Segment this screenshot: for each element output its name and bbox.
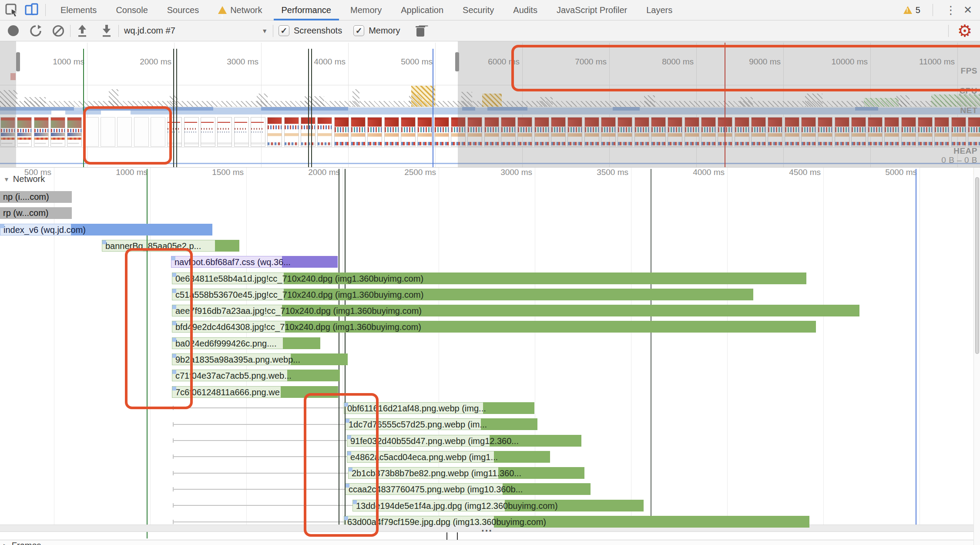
tab-javascript-profiler[interactable]: JavaScript Profiler	[547, 0, 637, 20]
filmstrip-frame[interactable]	[201, 117, 215, 147]
filmstrip-frame[interactable]	[184, 117, 199, 147]
network-request-bar[interactable]: aee7f916db7a23aa.jpg!cc_710x240.dpg (img…	[172, 305, 859, 316]
chevron-down-icon: ▼	[262, 27, 268, 34]
request-receiving-segment	[215, 240, 239, 252]
warning-count-label: 5	[916, 5, 920, 15]
network-request-bar[interactable]: index_v6 (wq.jd.com)	[0, 224, 212, 235]
scrollbar-thumb[interactable]	[975, 177, 979, 354]
profile-select[interactable]: wq.jd.com #7 ▼	[124, 22, 268, 40]
request-label: c51a558b53670e45.jpg!cc_710x240.dpg (img…	[175, 289, 423, 300]
request-receiving-segment	[483, 402, 534, 414]
network-request-bar[interactable]: 9b2a1835a98a395a.png.webp...	[172, 353, 348, 365]
network-request-bar[interactable]: 13dde194de5e1f4a.jpg.dpg (img12.360buyim…	[352, 500, 644, 511]
tab-elements[interactable]: Elements	[51, 0, 106, 20]
tab-console[interactable]: Console	[106, 0, 157, 20]
device-toolbar-icon[interactable]	[23, 2, 40, 18]
load-profile-button[interactable]	[76, 22, 89, 40]
main-ruler-label: 3000 ms	[458, 168, 532, 177]
screenshots-checkbox[interactable]: ✓	[279, 22, 289, 40]
divider	[933, 4, 933, 16]
network-request-bar[interactable]: np (i....com)	[0, 191, 72, 203]
filmstrip-frame[interactable]	[50, 117, 65, 147]
network-request-bar[interactable]: 2b1cb373b8b7be82.png.webp (img11.360...	[348, 467, 584, 479]
filmstrip-frame[interactable]	[234, 117, 249, 147]
timeline-marker	[433, 49, 433, 168]
tab-network[interactable]: Network	[208, 0, 272, 20]
clear-recording-button[interactable]	[52, 22, 65, 40]
warning-icon	[218, 6, 227, 14]
tab-security[interactable]: Security	[453, 0, 503, 20]
cpu-activity-hatch	[257, 94, 268, 107]
tab-memory[interactable]: Memory	[341, 0, 391, 20]
network-request-bar[interactable]: c51a558b53670e45.jpg!cc_710x240.dpg (img…	[172, 289, 753, 300]
filmstrip-frame[interactable]	[434, 117, 449, 147]
tab-layers[interactable]: Layers	[637, 0, 682, 20]
filmstrip-frame[interactable]	[267, 117, 282, 147]
request-receiving-segment	[494, 451, 550, 463]
filmstrip-frame[interactable]	[217, 117, 232, 147]
filmstrip-frame[interactable]	[317, 117, 332, 147]
profile-select-value: wq.jd.com #7	[124, 26, 175, 36]
filmstrip-frame[interactable]	[401, 117, 416, 147]
overview-ruler-label: 1000 ms	[15, 57, 84, 67]
close-devtools-icon[interactable]: ✕	[963, 4, 972, 16]
frames-section-header[interactable]: ▶ Frames	[3, 541, 41, 545]
main-ruler-label: 1500 ms	[170, 168, 244, 177]
filmstrip-frame[interactable]	[334, 117, 349, 147]
network-request-bar[interactable]: c71f04e37ac7acb5.png.web...	[172, 370, 340, 381]
heap-range-label: 0 B – 0 B	[941, 155, 977, 165]
more-options-icon[interactable]: ⋮	[945, 3, 957, 17]
band-tick-marker	[457, 532, 458, 540]
tab-sources[interactable]: Sources	[158, 0, 208, 20]
overview-window-handle[interactable]	[455, 52, 459, 71]
network-section-header[interactable]: ▼ Network	[3, 174, 45, 184]
vertical-scrollbar[interactable]	[973, 168, 980, 545]
filmstrip-frame[interactable]	[17, 117, 32, 147]
request-start-dot	[0, 224, 4, 228]
filmstrip-frame[interactable]	[417, 117, 432, 147]
capture-settings-gear-icon[interactable]: ⚙	[957, 22, 972, 40]
network-request-bar[interactable]: ccaa2c4837760475.png.webp (img10.360b...	[345, 483, 591, 495]
main-gridline	[823, 168, 824, 525]
network-request-bar[interactable]: ba024ed6f999426c.png....	[172, 337, 320, 349]
reload-and-record-button[interactable]	[29, 22, 42, 40]
band-tick-marker	[446, 532, 447, 540]
console-warning-count[interactable]: 5	[903, 5, 920, 15]
network-request-bar[interactable]: navfoot.6bf68af7.css (wq.36...	[171, 256, 338, 268]
triangle-down-icon: ▼	[3, 176, 10, 183]
tab-performance[interactable]: Performance	[272, 0, 341, 20]
divider	[45, 4, 46, 16]
network-request-bar[interactable]: rp (w...com)	[0, 207, 72, 219]
filmstrip-frame[interactable]	[384, 117, 399, 147]
main-gridline	[54, 168, 54, 525]
network-request-bar[interactable]: bfd49e2dc4d64308.jpg!cc_710x240.dpg (img…	[172, 321, 816, 333]
tab-audits[interactable]: Audits	[503, 0, 547, 20]
filmstrip-frame[interactable]	[367, 117, 382, 147]
network-request-bar[interactable]: 0e634811e58b4a1d.jpg!cc_710x240.dpg (img…	[172, 272, 806, 284]
filmstrip-frame[interactable]	[351, 117, 366, 147]
request-receiving-segment	[287, 370, 340, 381]
garbage-collect-icon[interactable]	[416, 22, 425, 40]
filmstrip-frame[interactable]	[284, 117, 299, 147]
filmstrip-frame[interactable]	[67, 117, 82, 147]
network-request-bar[interactable]: 91fe032d40b55d47.png.webp (img12.360...	[347, 435, 581, 447]
request-receiving-segment	[71, 224, 212, 235]
overview-window-handle[interactable]	[16, 52, 20, 71]
save-profile-button[interactable]	[100, 22, 113, 40]
tab-label: Elements	[60, 0, 97, 20]
tab-application[interactable]: Application	[391, 0, 453, 20]
overview-ruler-label: 2000 ms	[102, 57, 171, 67]
request-label: np (i....com)	[3, 191, 49, 202]
memory-checkbox[interactable]: ✓	[353, 22, 364, 40]
inspect-element-icon[interactable]	[3, 2, 20, 18]
filmstrip-frame[interactable]	[251, 117, 265, 147]
filmstrip-frame[interactable]	[34, 117, 49, 147]
tab-label: Sources	[167, 0, 199, 20]
cpu-activity-hatch	[305, 96, 324, 107]
network-request-bar[interactable]: 63d00a4f79cf159e.jpg.dpg (img13.360buyim…	[344, 516, 809, 528]
main-ruler-label: 4000 ms	[651, 168, 725, 177]
tutorial-highlight-annotation	[304, 393, 379, 537]
record-button[interactable]	[8, 22, 19, 40]
cpu-activity-hatch	[352, 89, 359, 107]
tab-label: Console	[116, 0, 148, 20]
